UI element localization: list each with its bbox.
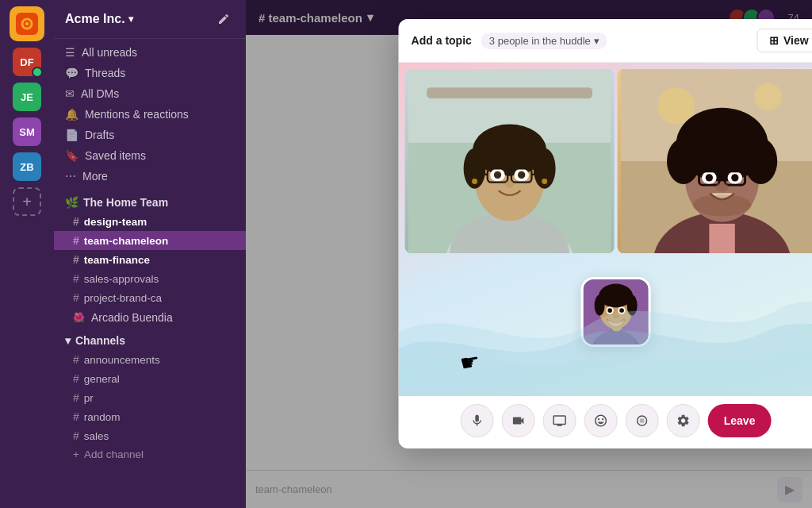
video-tile-2 xyxy=(618,69,812,253)
svg-point-36 xyxy=(684,111,760,152)
mentions-icon: 🔔 xyxy=(65,108,79,121)
hash-icon: # xyxy=(73,272,79,285)
threads-icon: 💬 xyxy=(65,67,79,79)
people-in-huddle-badge[interactable]: 3 people in the huddle ▾ xyxy=(481,33,607,49)
hash-icon: # xyxy=(73,391,79,404)
video-grid xyxy=(399,63,812,396)
emoji-button[interactable] xyxy=(584,404,618,437)
svg-point-2 xyxy=(25,22,29,26)
channel-team-chameleon[interactable]: # team-chameleon xyxy=(54,231,246,250)
svg-point-39 xyxy=(706,174,713,181)
settings-button[interactable] xyxy=(667,404,700,437)
dms-icon: ✉ xyxy=(65,87,75,100)
camera-button[interactable] xyxy=(502,404,535,437)
channel-design-team[interactable]: # design-team xyxy=(54,212,246,231)
hash-icon: # xyxy=(73,234,79,247)
workspace-name[interactable]: Acme Inc. ▾ xyxy=(65,12,133,26)
sidebar-header: Acme Inc. ▾ xyxy=(54,0,246,39)
channel-announcements[interactable]: # announcements xyxy=(54,350,246,369)
workspace-logo xyxy=(16,13,38,35)
header-actions xyxy=(213,8,235,30)
mic-button[interactable] xyxy=(461,404,494,437)
avatar-df[interactable]: DF xyxy=(13,48,41,76)
svg-point-45 xyxy=(715,183,728,192)
view-button[interactable]: ⊞ View xyxy=(757,29,812,52)
hash-icon: # xyxy=(73,372,79,385)
channel-pr[interactable]: # pr xyxy=(54,388,246,407)
nav-all-dms[interactable]: ✉ All DMs xyxy=(54,83,246,104)
nav-more[interactable]: ⋯ More xyxy=(54,166,246,187)
icon-bar: DF JE SM ZB + xyxy=(0,0,54,508)
workspace-icon[interactable] xyxy=(10,6,44,41)
people-chevron-icon: ▾ xyxy=(594,35,599,47)
video-tile-1 xyxy=(405,69,615,253)
svg-point-28 xyxy=(754,83,782,110)
svg-rect-5 xyxy=(427,87,592,98)
svg-point-40 xyxy=(731,174,738,181)
svg-point-22 xyxy=(505,180,515,187)
svg-point-23 xyxy=(472,179,477,184)
nav-all-unreads[interactable]: ☰ All unreads xyxy=(54,42,246,63)
main-content: # team-chameleon ▾ 74 team-chameleon ▶ xyxy=(246,0,812,508)
add-workspace-button[interactable]: + xyxy=(13,187,41,216)
svg-point-60 xyxy=(640,418,645,423)
hash-icon: # xyxy=(73,253,79,266)
channel-project-brand[interactable]: # project-brand-ca xyxy=(54,288,246,307)
hash-icon: # xyxy=(73,291,79,304)
dm-avatar: 🌺 xyxy=(73,312,85,323)
huddle-header-left: Add a topic 3 people in the huddle ▾ xyxy=(412,33,607,49)
nav-saved-items[interactable]: 🔖 Saved items xyxy=(54,145,246,166)
nav-threads[interactable]: 💬 Threads xyxy=(54,63,246,83)
collapse-icon: ▾ xyxy=(65,334,71,347)
avatar-zb[interactable]: ZB xyxy=(13,152,41,181)
huddle-header: Add a topic 3 people in the huddle ▾ ⊞ V… xyxy=(399,19,812,63)
channels-section-header[interactable]: ▾ Channels xyxy=(54,328,246,350)
team-section-icon: 🌿 xyxy=(65,196,79,209)
drafts-icon: 📄 xyxy=(65,129,79,141)
svg-point-27 xyxy=(657,87,694,124)
more-icon: ⋯ xyxy=(65,170,76,183)
all-unreads-icon: ☰ xyxy=(65,46,75,59)
avatar-sm[interactable]: SM xyxy=(13,117,41,146)
screen-share-button[interactable] xyxy=(543,404,576,437)
sidebar: Acme Inc. ▾ ☰ All unreads 💬 Threads ✉ Al… xyxy=(54,0,246,508)
add-topic-button[interactable]: Add a topic xyxy=(412,34,472,47)
channel-team-finance[interactable]: # team-finance xyxy=(54,250,246,269)
avatar-je[interactable]: JE xyxy=(13,83,41,111)
svg-point-24 xyxy=(542,179,547,184)
saved-items-icon: 🔖 xyxy=(65,149,79,162)
huddle-modal: Add a topic 3 people in the huddle ▾ ⊞ V… xyxy=(399,19,812,448)
nav-items: ☰ All unreads 💬 Threads ✉ All DMs 🔔 Ment… xyxy=(54,39,246,190)
controls-bar: Leave xyxy=(399,396,812,448)
modal-overlay: Add a topic 3 people in the huddle ▾ ⊞ V… xyxy=(246,0,812,508)
effects-button[interactable] xyxy=(626,404,659,437)
grid-icon: ⊞ xyxy=(769,34,779,47)
svg-rect-30 xyxy=(709,224,734,253)
channel-sales-approvals[interactable]: # sales-approvals xyxy=(54,269,246,288)
add-channel-button[interactable]: + Add channel xyxy=(54,445,246,464)
channel-random[interactable]: # random xyxy=(54,407,246,426)
nav-drafts[interactable]: 📄 Drafts xyxy=(54,125,246,145)
svg-point-15 xyxy=(494,171,501,179)
svg-point-16 xyxy=(518,171,525,179)
compose-icon[interactable] xyxy=(213,8,235,30)
team-section-header[interactable]: 🌿 The Home Team xyxy=(54,190,246,212)
channel-sales[interactable]: # sales xyxy=(54,426,246,445)
channel-general[interactable]: # general xyxy=(54,369,246,388)
hash-icon: # xyxy=(73,353,79,366)
plus-icon: + xyxy=(73,448,79,460)
hash-icon: # xyxy=(73,410,79,423)
nav-mentions[interactable]: 🔔 Mentions & reactions xyxy=(54,104,246,125)
chevron-down-icon: ▾ xyxy=(128,13,133,25)
hash-icon: # xyxy=(73,215,79,228)
dm-arcadio[interactable]: 🌺 Arcadio Buendia xyxy=(54,307,246,328)
video-tiles xyxy=(399,63,812,253)
leave-button[interactable]: Leave xyxy=(708,404,772,437)
svg-point-44 xyxy=(692,194,751,217)
hash-icon: # xyxy=(73,429,79,442)
